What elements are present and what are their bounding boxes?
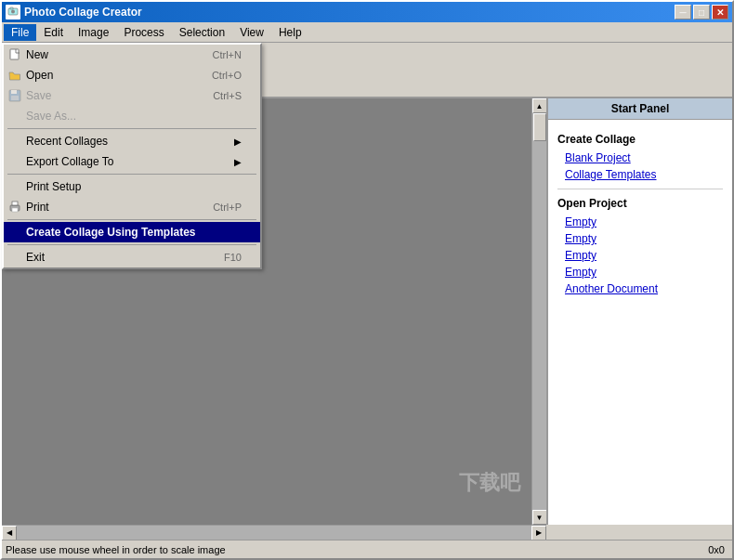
menu-save-as: Save As... [4,106,260,126]
scroll-down-button[interactable]: ▼ [532,510,547,525]
menu-print[interactable]: Print Ctrl+P [4,197,260,217]
menu-image[interactable]: Image [71,24,116,41]
menu-open[interactable]: Open Ctrl+O [4,65,260,85]
svg-rect-2 [10,7,13,9]
separator-3 [7,219,256,220]
menu-save-shortcut: Ctrl+S [213,90,242,101]
menu-print-setup-label: Print Setup [26,180,81,193]
menu-edit[interactable]: Edit [36,24,71,41]
open-empty-4-link[interactable]: Empty [557,266,723,279]
scroll-thumb-v[interactable] [533,113,546,141]
menu-open-shortcut: Ctrl+O [212,70,242,81]
new-icon [7,47,22,62]
open-empty-3-link[interactable]: Empty [557,249,723,262]
separator-2 [7,174,256,175]
blank-project-link[interactable]: Blank Project [557,151,723,164]
separator-1 [7,128,256,129]
window-controls: ─ □ ✕ [675,5,728,20]
menu-exit-shortcut: F10 [224,252,242,263]
svg-text:下载吧: 下载吧 [459,471,521,494]
open-empty-1-link[interactable]: Empty [557,215,723,228]
menu-print-label: Print [26,201,49,214]
menu-recent-label: Recent Collages [26,135,108,148]
menu-export-label: Export Collage To [26,155,114,168]
menu-process[interactable]: Process [116,24,171,41]
main-window: Photo Collage Creator ─ □ ✕ File Edit Im… [0,0,734,560]
another-document-link[interactable]: Another Document [557,282,723,295]
export-arrow-icon: ▶ [234,157,242,167]
scroll-left-button[interactable]: ◀ [2,526,17,540]
scroll-track-v [532,113,546,510]
menu-view[interactable]: View [232,24,271,41]
menu-open-label: Open [26,69,53,82]
status-coords: 0x0 [654,544,728,555]
title-bar: Photo Collage Creator ─ □ ✕ [2,2,732,22]
collage-templates-link[interactable]: Collage Templates [557,168,723,181]
watermark: 下载吧 [459,469,524,497]
svg-rect-5 [11,90,17,94]
menu-export[interactable]: Export Collage To ▶ [4,151,260,172]
menu-create-template[interactable]: Create Collage Using Templates [4,222,260,242]
panel-content: Create Collage Blank Project Collage Tem… [548,120,732,525]
close-button[interactable]: ✕ [712,5,728,20]
menu-selection[interactable]: Selection [172,24,232,41]
app-icon [6,5,20,20]
menu-exit-label: Exit [26,251,45,264]
menu-save-as-label: Save As... [26,110,76,123]
print-icon-menu [7,200,22,215]
svg-rect-6 [11,96,19,100]
menu-recent[interactable]: Recent Collages ▶ [4,131,260,151]
scroll-track-h [17,526,531,540]
panel-title: Start Panel [548,98,732,120]
open-empty-2-link[interactable]: Empty [557,232,723,245]
menu-help[interactable]: Help [271,24,309,41]
scroll-right-button[interactable]: ▶ [531,526,546,540]
file-menu-dropdown: New Ctrl+N Open Ctrl+O [2,43,262,269]
svg-rect-8 [12,202,18,205]
svg-rect-9 [12,208,18,212]
menu-exit[interactable]: Exit F10 [4,247,260,267]
minimize-button[interactable]: ─ [675,5,691,20]
menu-print-shortcut: Ctrl+P [213,202,242,213]
menu-save-label: Save [26,89,51,102]
status-bar: Please use mouse wheel in order to scale… [2,540,732,558]
panel-divider-1 [557,189,723,189]
svg-rect-3 [10,49,19,59]
horizontal-scrollbar: ◀ ▶ [2,525,546,540]
right-panel: Start Panel Create Collage Blank Project… [546,98,732,525]
separator-4 [7,244,256,245]
open-icon [7,68,22,83]
svg-point-1 [11,10,15,14]
menu-new-shortcut: Ctrl+N [213,49,242,60]
menu-bar: File Edit Image Process Selection View H… [2,22,732,43]
menu-print-setup[interactable]: Print Setup [4,176,260,197]
vertical-scrollbar[interactable]: ▲ ▼ [531,98,546,525]
menu-new-label: New [26,48,48,61]
maximize-button[interactable]: □ [693,5,710,20]
menu-save: Save Ctrl+S [4,85,260,106]
menu-create-template-label: Create Collage Using Templates [26,226,196,239]
create-collage-heading: Create Collage [557,133,723,146]
save-icon-menu [7,88,22,103]
menu-new[interactable]: New Ctrl+N [4,45,260,65]
status-message: Please use mouse wheel in order to scale… [6,544,654,555]
open-project-heading: Open Project [557,197,723,210]
menu-file[interactable]: File [4,24,36,41]
scroll-up-button[interactable]: ▲ [532,98,547,113]
window-title: Photo Collage Creator [24,6,675,19]
recent-arrow-icon: ▶ [234,137,242,147]
